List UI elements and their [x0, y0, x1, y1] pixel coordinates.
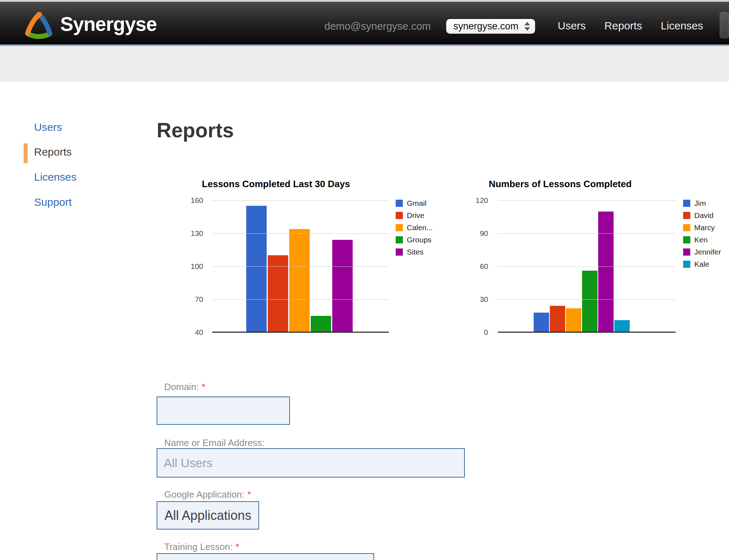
legend-item: Calen... — [396, 224, 433, 231]
legend-swatch — [683, 212, 690, 219]
nav-licenses[interactable]: Licenses — [661, 20, 703, 32]
legend-item: Drive — [396, 212, 433, 219]
legend: GmailDriveCalen...GroupsSites — [396, 199, 433, 256]
y-axis-tick: 60 — [480, 262, 488, 271]
legend-label: Groups — [407, 236, 432, 243]
y-axis-tick: 90 — [480, 229, 488, 238]
legend-label: Gmail — [407, 199, 427, 207]
top-nav: Users Reports Licenses — [558, 20, 703, 32]
legend-swatch — [683, 261, 690, 268]
bar-gmail[interactable] — [246, 206, 267, 332]
user-email: demo@synergyse.com — [324, 20, 431, 32]
y-axis-tick: 40 — [195, 328, 203, 337]
chevron-down-icon — [524, 27, 530, 31]
legend-label: Jennifer — [694, 248, 721, 256]
y-axis-tick: 160 — [191, 196, 203, 205]
sidebar-item-licenses[interactable]: Licenses — [34, 171, 76, 183]
legend-swatch — [396, 236, 403, 243]
sidebar-item-reports[interactable]: Reports — [34, 146, 72, 158]
nav-reports[interactable]: Reports — [604, 20, 642, 32]
bar-calen[interactable] — [289, 229, 310, 332]
legend-swatch — [396, 212, 403, 219]
select-stepper-icon — [524, 22, 530, 31]
y-axis: 0306090120 — [457, 200, 488, 332]
google-application-value: All Applications — [165, 508, 251, 523]
y-axis-tick: 30 — [480, 295, 488, 304]
legend-label: Kale — [694, 260, 709, 268]
y-axis-tick: 120 — [476, 196, 488, 205]
gridline — [212, 299, 389, 300]
sidebar-item-users[interactable]: Users — [34, 121, 62, 133]
required-asterisk: * — [202, 381, 205, 392]
y-axis: 4070100130160 — [172, 200, 203, 332]
legend-label: Marcy — [694, 224, 715, 231]
legend-label: Sites — [407, 248, 424, 256]
legend-label: David — [694, 212, 714, 219]
nav-users[interactable]: Users — [558, 20, 586, 32]
plot-area — [212, 200, 389, 332]
training-lesson-label: Training Lesson:* — [164, 541, 239, 552]
legend-swatch — [396, 248, 403, 256]
legend-item: David — [683, 212, 721, 219]
legend-item: Kale — [683, 260, 721, 268]
legend-swatch — [683, 200, 690, 207]
sidebar-item-support[interactable]: Support — [34, 196, 72, 208]
y-axis-tick: 70 — [195, 295, 203, 304]
bar-kale[interactable] — [614, 320, 630, 332]
legend-label: Drive — [407, 212, 424, 219]
legend-item: Groups — [396, 236, 433, 243]
domain-input[interactable] — [157, 397, 290, 425]
name-email-input[interactable] — [157, 448, 465, 478]
bars — [212, 206, 389, 332]
chart-title: Lessons Completed Last 30 Days — [172, 179, 380, 190]
scrollbar-thumb[interactable] — [720, 12, 729, 38]
legend-item: Ken — [683, 236, 721, 243]
synergyse-logo-icon — [22, 10, 55, 41]
name-email-label: Name or Email Address: — [164, 437, 265, 449]
bar-jennifer[interactable] — [598, 212, 614, 332]
google-application-label: Google Application:* — [164, 489, 251, 500]
bar-marcy[interactable] — [566, 308, 581, 332]
legend-label: Jim — [694, 199, 706, 207]
chart-title: Numbers of Lessons Completed — [459, 179, 662, 190]
legend-label: Ken — [694, 236, 707, 243]
y-axis-tick: 0 — [484, 328, 488, 337]
legend-label: Calen... — [407, 224, 433, 231]
domain-label: Domain:* — [164, 381, 205, 393]
bar-david[interactable] — [550, 306, 565, 332]
gridline — [212, 200, 389, 201]
y-axis-tick: 100 — [191, 262, 203, 271]
page-title: Reports — [157, 118, 234, 142]
gridline — [212, 233, 389, 234]
legend-item: Sites — [396, 248, 433, 256]
subheader-strip — [0, 46, 729, 81]
legend-swatch — [683, 236, 690, 243]
active-indicator — [24, 143, 28, 163]
training-lesson-input[interactable] — [157, 553, 374, 560]
bar-drive[interactable] — [268, 255, 288, 332]
bar-jim[interactable] — [534, 313, 549, 332]
gridline — [498, 233, 676, 234]
y-axis-tick: 130 — [191, 229, 203, 238]
bar-groups[interactable] — [311, 316, 331, 332]
domain-select-value: synergyse.com — [453, 21, 519, 32]
google-application-select[interactable]: All Applications — [157, 501, 259, 530]
gridline — [212, 266, 389, 267]
bars — [498, 212, 676, 332]
legend-swatch — [683, 248, 690, 256]
legend-item: Jim — [683, 199, 721, 207]
legend-item: Marcy — [683, 224, 721, 231]
bar-ken[interactable] — [582, 271, 597, 332]
header-bar: Synergyse demo@synergyse.com synergyse.c… — [0, 2, 729, 44]
gridline — [498, 299, 676, 300]
legend-item: Jennifer — [683, 248, 721, 256]
gridline — [498, 266, 676, 267]
brand-name: Synergyse — [60, 13, 157, 35]
legend-swatch — [683, 224, 690, 231]
domain-select[interactable]: synergyse.com — [446, 19, 535, 34]
required-asterisk: * — [247, 489, 251, 500]
bar-sites[interactable] — [332, 240, 353, 332]
page: Synergyse demo@synergyse.com synergyse.c… — [0, 0, 729, 560]
chevron-up-icon — [524, 22, 530, 25]
required-asterisk: * — [235, 541, 239, 552]
